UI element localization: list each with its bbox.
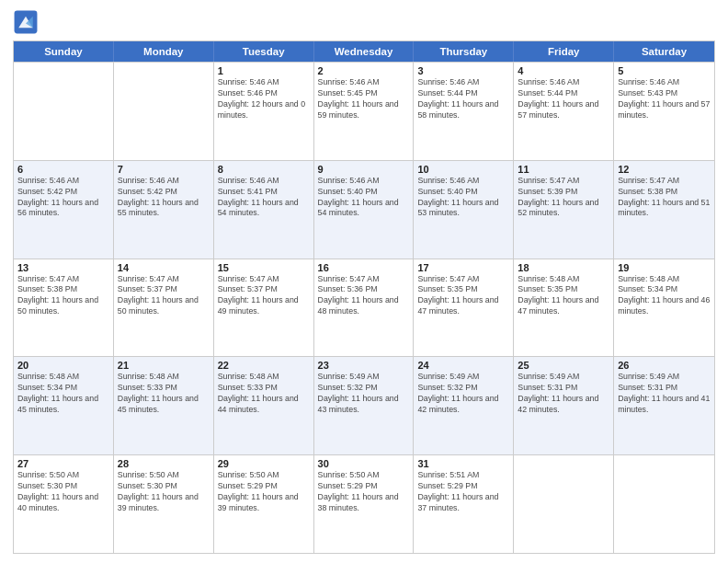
cell-sun-info: Sunrise: 5:46 AMSunset: 5:42 PMDaylight:… bbox=[118, 176, 210, 220]
cell-day-number: 20 bbox=[17, 360, 109, 371]
cell-sun-info: Sunrise: 5:49 AMSunset: 5:32 PMDaylight:… bbox=[318, 372, 410, 416]
table-row: 24Sunrise: 5:49 AMSunset: 5:32 PMDayligh… bbox=[414, 357, 514, 454]
header-day-sunday: Sunday bbox=[14, 41, 114, 62]
logo-icon bbox=[13, 9, 39, 35]
cell-sun-info: Sunrise: 5:47 AMSunset: 5:37 PMDaylight:… bbox=[118, 274, 210, 318]
table-row: 7Sunrise: 5:46 AMSunset: 5:42 PMDaylight… bbox=[114, 161, 214, 259]
cell-day-number: 25 bbox=[518, 360, 609, 371]
table-row: 31Sunrise: 5:51 AMSunset: 5:29 PMDayligh… bbox=[414, 455, 514, 553]
cell-sun-info: Sunrise: 5:51 AMSunset: 5:29 PMDaylight:… bbox=[417, 470, 509, 514]
table-row: 12Sunrise: 5:47 AMSunset: 5:38 PMDayligh… bbox=[614, 161, 714, 259]
table-row: 19Sunrise: 5:48 AMSunset: 5:34 PMDayligh… bbox=[614, 259, 714, 357]
cell-sun-info: Sunrise: 5:49 AMSunset: 5:32 PMDaylight:… bbox=[417, 372, 509, 416]
table-row: 30Sunrise: 5:50 AMSunset: 5:29 PMDayligh… bbox=[314, 455, 415, 553]
cell-sun-info: Sunrise: 5:50 AMSunset: 5:29 PMDaylight:… bbox=[218, 470, 310, 514]
cell-sun-info: Sunrise: 5:46 AMSunset: 5:41 PMDaylight:… bbox=[218, 176, 310, 220]
cell-sun-info: Sunrise: 5:46 AMSunset: 5:45 PMDaylight:… bbox=[318, 77, 410, 121]
cell-sun-info: Sunrise: 5:46 AMSunset: 5:42 PMDaylight:… bbox=[17, 176, 109, 220]
cell-day-number: 8 bbox=[218, 164, 310, 175]
cell-sun-info: Sunrise: 5:47 AMSunset: 5:38 PMDaylight:… bbox=[618, 176, 711, 220]
cell-day-number: 29 bbox=[218, 458, 310, 469]
header-day-friday: Friday bbox=[514, 41, 614, 62]
table-row bbox=[514, 455, 614, 553]
header-day-saturday: Saturday bbox=[614, 41, 714, 62]
cell-sun-info: Sunrise: 5:50 AMSunset: 5:30 PMDaylight:… bbox=[17, 470, 109, 514]
table-row: 18Sunrise: 5:48 AMSunset: 5:35 PMDayligh… bbox=[514, 259, 614, 357]
table-row bbox=[614, 455, 714, 553]
cell-sun-info: Sunrise: 5:47 AMSunset: 5:36 PMDaylight:… bbox=[318, 274, 410, 318]
cell-day-number: 7 bbox=[118, 164, 210, 175]
table-row: 1Sunrise: 5:46 AMSunset: 5:46 PMDaylight… bbox=[214, 63, 314, 160]
table-row: 20Sunrise: 5:48 AMSunset: 5:34 PMDayligh… bbox=[14, 357, 114, 454]
cell-day-number: 23 bbox=[318, 360, 410, 371]
cell-sun-info: Sunrise: 5:46 AMSunset: 5:40 PMDaylight:… bbox=[417, 176, 509, 220]
cell-day-number: 21 bbox=[118, 360, 210, 371]
calendar: SundayMondayTuesdayWednesdayThursdayFrid… bbox=[13, 40, 715, 554]
table-row: 25Sunrise: 5:49 AMSunset: 5:31 PMDayligh… bbox=[514, 357, 614, 454]
cell-day-number: 14 bbox=[118, 262, 210, 273]
header-day-monday: Monday bbox=[114, 41, 214, 62]
table-row: 13Sunrise: 5:47 AMSunset: 5:38 PMDayligh… bbox=[14, 259, 114, 357]
cell-day-number: 13 bbox=[17, 262, 109, 273]
table-row: 2Sunrise: 5:46 AMSunset: 5:45 PMDaylight… bbox=[314, 63, 415, 160]
cell-sun-info: Sunrise: 5:50 AMSunset: 5:29 PMDaylight:… bbox=[318, 470, 410, 514]
header-day-thursday: Thursday bbox=[414, 41, 514, 62]
table-row: 5Sunrise: 5:46 AMSunset: 5:43 PMDaylight… bbox=[614, 63, 714, 160]
table-row: 16Sunrise: 5:47 AMSunset: 5:36 PMDayligh… bbox=[314, 259, 415, 357]
cell-sun-info: Sunrise: 5:47 AMSunset: 5:39 PMDaylight:… bbox=[518, 176, 609, 220]
cell-sun-info: Sunrise: 5:46 AMSunset: 5:44 PMDaylight:… bbox=[518, 77, 609, 121]
cell-day-number: 16 bbox=[318, 262, 410, 273]
table-row: 17Sunrise: 5:47 AMSunset: 5:35 PMDayligh… bbox=[414, 259, 514, 357]
cell-day-number: 26 bbox=[618, 360, 711, 371]
cell-day-number: 31 bbox=[417, 458, 509, 469]
cell-sun-info: Sunrise: 5:46 AMSunset: 5:46 PMDaylight:… bbox=[218, 77, 310, 121]
table-row bbox=[14, 63, 114, 160]
cell-sun-info: Sunrise: 5:48 AMSunset: 5:33 PMDaylight:… bbox=[118, 372, 210, 416]
cell-sun-info: Sunrise: 5:47 AMSunset: 5:38 PMDaylight:… bbox=[17, 274, 109, 318]
cell-day-number: 27 bbox=[17, 458, 109, 469]
calendar-row-1: 1Sunrise: 5:46 AMSunset: 5:46 PMDaylight… bbox=[14, 62, 714, 160]
table-row: 9Sunrise: 5:46 AMSunset: 5:40 PMDaylight… bbox=[314, 161, 415, 259]
cell-sun-info: Sunrise: 5:48 AMSunset: 5:34 PMDaylight:… bbox=[618, 274, 711, 318]
cell-day-number: 30 bbox=[318, 458, 410, 469]
cell-day-number: 1 bbox=[218, 65, 310, 76]
cell-sun-info: Sunrise: 5:50 AMSunset: 5:30 PMDaylight:… bbox=[118, 470, 210, 514]
cell-day-number: 17 bbox=[417, 262, 509, 273]
header bbox=[13, 9, 715, 35]
table-row: 6Sunrise: 5:46 AMSunset: 5:42 PMDaylight… bbox=[14, 161, 114, 259]
cell-day-number: 5 bbox=[618, 65, 711, 76]
table-row bbox=[114, 63, 214, 160]
table-row: 3Sunrise: 5:46 AMSunset: 5:44 PMDaylight… bbox=[414, 63, 514, 160]
cell-day-number: 6 bbox=[17, 164, 109, 175]
cell-day-number: 4 bbox=[518, 65, 609, 76]
table-row: 11Sunrise: 5:47 AMSunset: 5:39 PMDayligh… bbox=[514, 161, 614, 259]
cell-day-number: 10 bbox=[417, 164, 509, 175]
cell-sun-info: Sunrise: 5:49 AMSunset: 5:31 PMDaylight:… bbox=[618, 372, 711, 416]
calendar-header: SundayMondayTuesdayWednesdayThursdayFrid… bbox=[14, 41, 714, 62]
header-day-wednesday: Wednesday bbox=[314, 41, 415, 62]
cell-sun-info: Sunrise: 5:48 AMSunset: 5:33 PMDaylight:… bbox=[218, 372, 310, 416]
table-row: 22Sunrise: 5:48 AMSunset: 5:33 PMDayligh… bbox=[214, 357, 314, 454]
cell-sun-info: Sunrise: 5:48 AMSunset: 5:34 PMDaylight:… bbox=[17, 372, 109, 416]
table-row: 10Sunrise: 5:46 AMSunset: 5:40 PMDayligh… bbox=[414, 161, 514, 259]
cell-day-number: 28 bbox=[118, 458, 210, 469]
cell-sun-info: Sunrise: 5:47 AMSunset: 5:35 PMDaylight:… bbox=[417, 274, 509, 318]
cell-sun-info: Sunrise: 5:46 AMSunset: 5:40 PMDaylight:… bbox=[318, 176, 410, 220]
cell-day-number: 11 bbox=[518, 164, 609, 175]
cell-day-number: 19 bbox=[618, 262, 711, 273]
calendar-body: 1Sunrise: 5:46 AMSunset: 5:46 PMDaylight… bbox=[14, 62, 714, 553]
cell-sun-info: Sunrise: 5:46 AMSunset: 5:44 PMDaylight:… bbox=[417, 77, 509, 121]
header-day-tuesday: Tuesday bbox=[214, 41, 314, 62]
calendar-row-3: 13Sunrise: 5:47 AMSunset: 5:38 PMDayligh… bbox=[14, 259, 714, 357]
cell-day-number: 12 bbox=[618, 164, 711, 175]
cell-sun-info: Sunrise: 5:47 AMSunset: 5:37 PMDaylight:… bbox=[218, 274, 310, 318]
cell-day-number: 9 bbox=[318, 164, 410, 175]
cell-sun-info: Sunrise: 5:49 AMSunset: 5:31 PMDaylight:… bbox=[518, 372, 609, 416]
cell-day-number: 2 bbox=[318, 65, 410, 76]
table-row: 15Sunrise: 5:47 AMSunset: 5:37 PMDayligh… bbox=[214, 259, 314, 357]
cell-sun-info: Sunrise: 5:48 AMSunset: 5:35 PMDaylight:… bbox=[518, 274, 609, 318]
cell-day-number: 18 bbox=[518, 262, 609, 273]
table-row: 27Sunrise: 5:50 AMSunset: 5:30 PMDayligh… bbox=[14, 455, 114, 553]
table-row: 26Sunrise: 5:49 AMSunset: 5:31 PMDayligh… bbox=[614, 357, 714, 454]
table-row: 29Sunrise: 5:50 AMSunset: 5:29 PMDayligh… bbox=[214, 455, 314, 553]
